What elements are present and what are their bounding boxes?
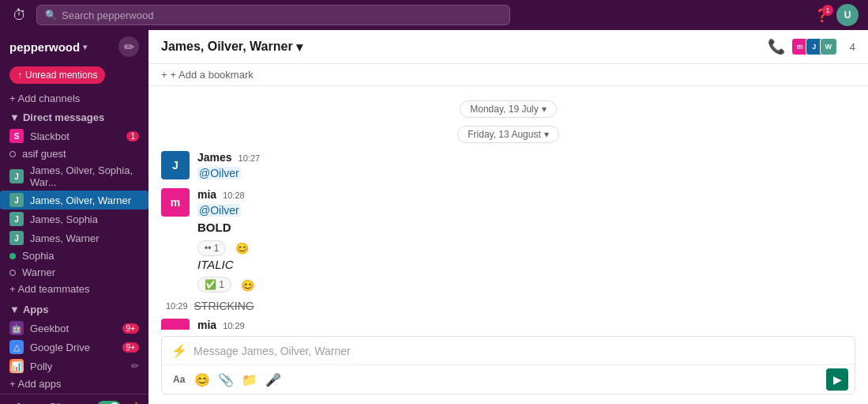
james-sophia-avatar: J [9,212,24,226]
italic-text: ITALIC [197,258,234,271]
reaction-2[interactable]: ✅ 1 [197,277,231,293]
chat-title-chevron: ▾ [296,40,302,55]
james-msg-text: @Oilver [197,165,855,182]
message-james-1: J James 10:27 @Oilver 😊 💬 ↩ 🔖 ⋯ [161,151,855,182]
topbar: ⏱ 🔍 ❓ 1 U [0,0,868,30]
sidebar-item-warner[interactable]: Warner [0,264,148,281]
sidebar-item-sophia[interactable]: Sophia [0,247,148,264]
gdrive-badge: 9+ [122,342,139,353]
unread-arrow: ↑ [17,70,22,81]
member-avatar-3: W [820,38,837,55]
james-sophia-label: James, Sophia [30,213,98,225]
james-msg-content: James 10:27 @Oilver [197,151,855,182]
attachment-button[interactable]: 📎 [215,369,237,391]
compose-button[interactable]: ✏ [118,36,139,57]
mia-bold-text: BOLD [197,219,855,237]
sidebar-item-google-drive[interactable]: △ Google Drive 9+ [0,338,148,357]
member-count: 4 [850,41,855,53]
workspace-name[interactable]: pepperwood ▾ [9,40,87,54]
mia-avatar-msg2: m [161,319,190,330]
message-input[interactable] [194,345,845,357]
message-input-area: ⚡ Aa 😊 📎 📁 🎤 ▶ [148,330,868,404]
add-apps-item[interactable]: + Add apps [0,376,148,392]
chat-title[interactable]: James, Oilver, Warner ▾ [161,40,302,55]
warner-label: Warner [22,266,55,278]
apps-section-header[interactable]: ▼ Apps [0,300,148,319]
chat-header-actions: 📞 m J W 4 [768,38,855,55]
dm-chevron: ▼ [9,111,20,123]
emoji-button[interactable]: 😊 [191,369,213,391]
james-mention: @Oilver [197,167,241,179]
james-active-avatar: J [9,193,24,207]
sidebar-item-james-group-1[interactable]: J James, Oilver, Sophia, War... [0,162,148,191]
bookmark-plus-icon: + [161,69,167,81]
mia-time-1: 10:28 [223,191,245,200]
james-group1-label: James, Oilver, Sophia, War... [30,164,139,188]
user-avatar[interactable]: U [836,4,859,26]
mia-msg-header-1: mia 10:28 [197,188,855,201]
slackbot-avatar: S [9,129,24,143]
strikethrough-time: 10:29 [166,301,188,311]
add-reaction-1[interactable]: 😊 [232,240,252,256]
status-toggle[interactable] [97,401,121,404]
folder-button[interactable]: 📁 [239,369,261,391]
member-avatars[interactable]: m J W [795,38,837,55]
audio-button[interactable]: 🎤 [262,369,284,391]
mia-msg-header-2: mia 10:29 [197,319,855,330]
help-icon[interactable]: ❓ 1 [814,8,830,23]
unread-label: Unread mentions [25,70,97,81]
topbar-right: ❓ 1 U [814,4,859,26]
workspace-name-label: pepperwood [9,40,80,54]
sidebar-item-geekbot[interactable]: 🤖 Geekbot 9+ [0,319,148,338]
sidebar-item-james-warner[interactable]: J James, Warner [0,228,148,247]
sidebar-item-polly[interactable]: 📊 Polly ✏ [0,357,148,376]
chat-area: James, Oilver, Warner ▾ 📞 m J W 4 + + Ad… [148,30,868,404]
messages-area[interactable]: Monday, 19 July ▾ Friday, 13 August ▾ J … [148,86,868,330]
reaction-1[interactable]: •• 1 [197,240,226,256]
search-input[interactable] [62,9,502,21]
phone-icon[interactable]: 📞 [768,38,785,55]
add-teammates-item[interactable]: + Add teammates [0,281,148,297]
send-button[interactable]: ▶ [826,368,848,391]
add-channels-item[interactable]: + Add channels [0,90,148,107]
message-input-top: ⚡ [162,337,855,364]
sidebar-item-slackbot[interactable]: S Slackbot 1 [0,126,148,145]
bookmark-bar[interactable]: + + Add a bookmark [148,64,868,86]
message-mia-2: m mia 10:29 CODE MODE m 1 reply 3 months… [161,319,855,330]
mia-author-1: mia [197,188,216,201]
chat-title-text: James, Oilver, Warner [161,40,293,54]
date-august-label: Friday, 13 August [468,129,541,140]
text-format-button[interactable]: Aa [168,371,190,388]
unread-mentions-button[interactable]: ↑ Unread mentions [9,66,105,84]
geekbot-label: Geekbot [30,323,69,334]
workspace-header: pepperwood ▾ ✏ [0,30,148,63]
james-group1-avatar: J [9,169,24,183]
james-author: James [197,151,232,164]
sidebar-bottom: James, Oilver, War... 🌙 [0,394,148,404]
gdrive-icon: △ [9,340,24,354]
history-icon[interactable]: ⏱ [9,4,30,27]
date-july-chevron: ▾ [542,104,547,115]
date-july-button[interactable]: Monday, 19 July ▾ [460,100,557,118]
sophia-status [9,253,16,259]
mia-msg-text-1: @Oilver [197,202,855,219]
asif-label: asif guest [22,148,66,160]
james-active-label: James, Oilver, Warner [30,194,131,206]
polly-edit-icon[interactable]: ✏ [131,361,139,372]
geekbot-icon: 🤖 [9,321,24,335]
dm-label: Direct messages [23,111,104,123]
mia-mention-1: @Oilver [197,204,241,217]
workspace-chevron: ▾ [83,43,87,51]
date-august-button[interactable]: Friday, 13 August ▾ [457,126,559,143]
sidebar-item-james-oilver-warner[interactable]: J James, Oilver, Warner [0,191,148,210]
mia-italic-text: ITALIC [197,256,855,274]
direct-messages-header[interactable]: ▼ Direct messages [0,108,148,126]
sidebar-item-james-sophia[interactable]: J James, Sophia [0,210,148,228]
asif-status [9,151,16,157]
sidebar-item-asif[interactable]: asif guest [0,145,148,162]
search-bar[interactable]: 🔍 [36,5,510,25]
apps-chevron: ▼ [9,304,20,315]
add-reaction-2[interactable]: 😊 [238,278,257,293]
lightning-icon[interactable]: ⚡ [171,343,187,358]
polly-label: Polly [30,361,52,372]
